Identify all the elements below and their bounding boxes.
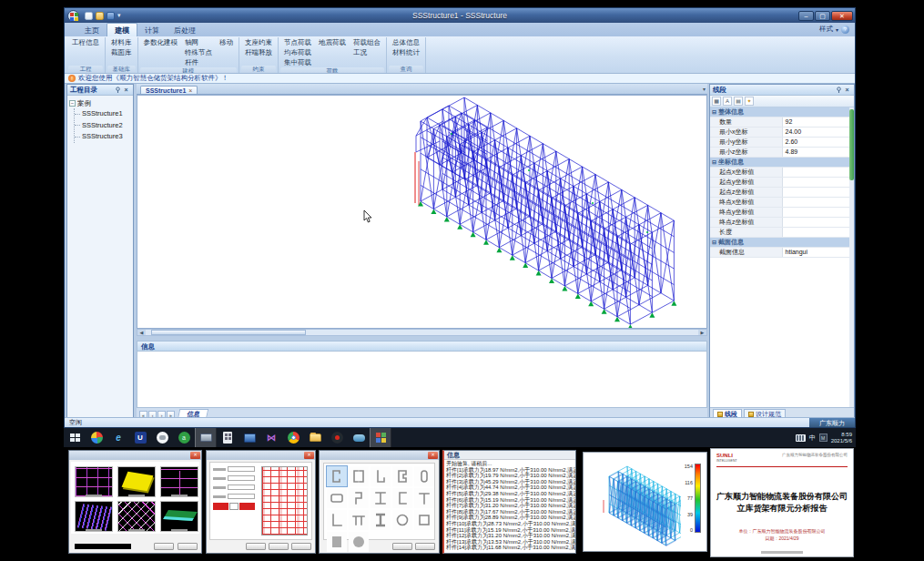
section-shape-c-section[interactable] (327, 466, 347, 486)
section-shape-pipe[interactable] (392, 510, 412, 530)
ribbon-button-杆件[interactable]: 杆件 (184, 57, 213, 67)
ribbon-button-均布荷载[interactable]: 均布荷载 (283, 47, 312, 57)
property-value[interactable]: htiangui (783, 248, 849, 257)
section-shape-pipe-segment[interactable] (414, 466, 434, 486)
property-row[interactable]: 截面信息htiangui (710, 248, 849, 258)
gallery-thumbnail-slab-model[interactable] (160, 501, 198, 532)
taskbar-icon-start[interactable] (64, 428, 86, 447)
model-viewport[interactable] (137, 95, 707, 329)
ribbon-button-工程信息[interactable]: 工程信息 (71, 37, 100, 47)
property-row[interactable]: 最小x坐标24.00 (710, 128, 849, 138)
section-library-dialog[interactable]: ✕ (319, 450, 440, 554)
section-shape-channel[interactable] (392, 488, 412, 508)
taskbar-icon-chrome[interactable] (282, 428, 304, 447)
section-shape-lipped-angle[interactable] (371, 466, 391, 486)
property-row[interactable]: 终点y坐标值 (710, 208, 849, 218)
parametric-wizard-dialog[interactable]: ✕ (206, 450, 316, 554)
gallery-thumbnail-grid-plan[interactable] (75, 466, 113, 497)
close-button[interactable]: ✕ (831, 11, 853, 21)
property-value[interactable]: 24.00 (783, 128, 849, 137)
gallery-thumbnail-brace-pattern[interactable] (117, 501, 156, 532)
keyboard-icon[interactable] (796, 434, 806, 442)
taskbar-icon-file-explorer[interactable] (304, 428, 326, 447)
prev-button[interactable] (246, 543, 266, 550)
property-row[interactable]: 起点z坐标值 (710, 188, 849, 198)
section-shape-solid-round[interactable] (349, 532, 369, 552)
collapse-icon[interactable]: ⊟ (710, 238, 718, 247)
ribbon-button-特殊节点[interactable]: 特殊节点 (184, 47, 213, 57)
ribbon-button-工况[interactable]: 工况 (352, 47, 381, 57)
taskbar-icon-visual-studio[interactable]: ⋈ (260, 428, 282, 447)
section-shape-welded-i[interactable] (371, 510, 391, 530)
taskbar-icon-screen-recorder[interactable] (326, 428, 348, 447)
horizontal-scrollbar[interactable]: ◀ ▶ (137, 329, 707, 336)
property-row[interactable]: 最小y坐标2.60 (710, 138, 849, 148)
collapse-icon[interactable]: ⊟ (710, 158, 718, 167)
ribbon-button-节点荷载[interactable]: 节点荷载 (283, 37, 312, 47)
section-shape-t-section[interactable] (414, 488, 434, 508)
section-shape-double-t[interactable] (349, 510, 369, 530)
ribbon-button-集中荷载[interactable]: 集中荷载 (283, 57, 312, 67)
ribbon-button-轴网[interactable]: 轴网 (184, 37, 213, 47)
taskbar-icon-u-browser[interactable]: U (129, 428, 151, 447)
close-icon[interactable]: ✕ (428, 452, 438, 459)
section-shape-square-tube[interactable] (414, 510, 434, 530)
check-log-window[interactable]: 信息 开始验算, 请稍后...杆件[1]承载力为18.97 N/mm2,小于31… (442, 450, 576, 554)
tab-home[interactable]: 主页 (77, 24, 107, 36)
tab-calculate[interactable]: 计算 (137, 24, 167, 36)
section-shape-angle[interactable] (327, 510, 347, 530)
taskbar-icon-cloud-drive[interactable] (348, 428, 370, 447)
ribbon-button-参数化建模[interactable]: 参数化建模 (143, 37, 179, 47)
property-value[interactable] (783, 188, 849, 197)
dropdown-field[interactable] (228, 494, 255, 499)
property-row[interactable]: 终点z坐标值 (710, 218, 849, 228)
tree-root[interactable]: − 案例 (69, 98, 131, 108)
taskbar-icon-ssstructure[interactable] (370, 428, 391, 447)
document-tab[interactable]: SSStructure1× (140, 86, 198, 94)
bay-table[interactable] (213, 503, 255, 510)
title-bar[interactable]: ▾ SSStructure1 - SSStructure – ▢ ✕ (65, 8, 855, 23)
taskbar-icon-internet-explorer[interactable]: e (107, 428, 129, 447)
property-row[interactable]: 终点x坐标值 (710, 198, 849, 208)
section-shape-i-beam[interactable] (371, 488, 391, 508)
gallery-dialog[interactable]: ✕ (68, 450, 202, 554)
property-value[interactable] (783, 218, 849, 227)
property-value[interactable] (783, 198, 849, 207)
close-panel-icon[interactable]: × (122, 86, 130, 94)
scrollbar-thumb[interactable] (849, 109, 854, 180)
input-field[interactable] (228, 466, 255, 472)
tree-item-ssstructure3[interactable]: SSStructure3 (75, 131, 131, 143)
taskbar-icon-my-computer[interactable] (195, 428, 217, 447)
close-tab-icon[interactable]: × (188, 87, 192, 94)
cancel-button[interactable] (178, 543, 198, 550)
section-shape-solid-rect[interactable] (327, 532, 347, 552)
property-category[interactable]: ⊟坐标信息 (710, 158, 849, 168)
property-value[interactable] (783, 208, 849, 217)
property-value[interactable]: 92 (783, 117, 849, 127)
property-row[interactable]: 数量92 (710, 117, 849, 128)
close-icon[interactable]: ✕ (304, 452, 314, 459)
section-shape-double-c-section[interactable] (349, 466, 369, 486)
gallery-thumbnail-yellow-solid-model[interactable] (117, 466, 156, 497)
taskbar-icon-pinwheel[interactable] (86, 428, 107, 447)
result-contour-window[interactable]: 15411677390 (583, 452, 707, 552)
property-row[interactable]: 长度 (710, 228, 849, 238)
ribbon-button-荷载组合[interactable]: 荷载组合 (352, 37, 381, 47)
ribbon-button-材料库[interactable]: 材料库 (110, 37, 133, 47)
report-document[interactable]: SUNLIINTELLIGENT 广东顺力智能物流装备股份有限公司 广东顺力智能… (710, 448, 854, 557)
style-button[interactable]: 样式 (819, 25, 833, 34)
ok-button[interactable] (154, 543, 174, 550)
section-shape-rect-tube[interactable] (327, 488, 347, 508)
property-row[interactable]: 最小z坐标4.89 (710, 148, 849, 158)
property-value[interactable] (783, 168, 849, 177)
maximize-button[interactable]: ▢ (815, 11, 830, 21)
tab-postprocess[interactable]: 后处理 (167, 24, 203, 36)
input-field[interactable] (228, 484, 255, 490)
property-pages-icon[interactable]: ▤ (734, 97, 743, 106)
vertical-scrollbar[interactable] (849, 107, 854, 407)
ok-button[interactable] (392, 543, 412, 550)
taskbar-icon-wechat[interactable] (151, 428, 173, 447)
scroll-left-icon[interactable]: ◀ (137, 330, 146, 335)
property-value[interactable]: 4.89 (783, 148, 849, 157)
property-value[interactable]: 2.60 (783, 138, 849, 147)
